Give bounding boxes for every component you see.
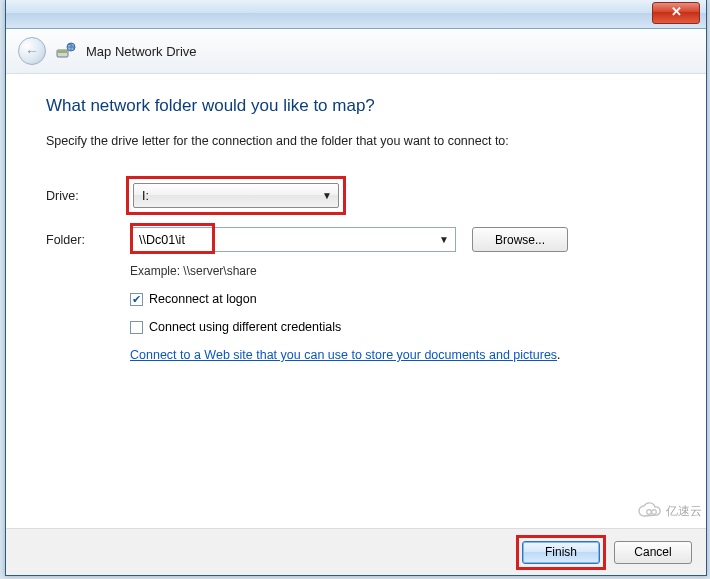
wizard-content: What network folder would you like to ma… bbox=[6, 74, 706, 372]
different-credentials-label: Connect using different credentials bbox=[149, 320, 341, 334]
annotation-highlight-finish: Finish bbox=[516, 535, 606, 570]
close-button[interactable]: ✕ bbox=[652, 2, 700, 24]
page-heading: What network folder would you like to ma… bbox=[46, 96, 666, 116]
checkbox-unchecked-icon bbox=[130, 321, 143, 334]
folder-input[interactable] bbox=[131, 228, 455, 251]
watermark: 亿速云 bbox=[636, 501, 702, 521]
drive-label: Drive: bbox=[46, 189, 130, 203]
arrow-left-icon: ← bbox=[25, 43, 39, 59]
wizard-header: ← Map Network Drive bbox=[6, 29, 706, 74]
reconnect-label: Reconnect at logon bbox=[149, 292, 257, 306]
svg-rect-1 bbox=[58, 51, 67, 53]
svg-point-4 bbox=[652, 510, 657, 515]
watermark-text: 亿速云 bbox=[666, 503, 702, 520]
chevron-down-icon: ▼ bbox=[322, 190, 332, 201]
network-drive-icon bbox=[56, 41, 76, 61]
connect-website-link[interactable]: Connect to a Web site that you can use t… bbox=[130, 348, 557, 362]
checkbox-checked-icon: ✔ bbox=[130, 293, 143, 306]
cancel-button[interactable]: Cancel bbox=[614, 541, 692, 564]
annotation-highlight-drive: I: ▼ bbox=[126, 176, 346, 215]
reconnect-checkbox-row[interactable]: ✔ Reconnect at logon bbox=[130, 292, 666, 306]
window-titlebar: ✕ bbox=[6, 0, 706, 29]
options-column: Example: \\server\share ✔ Reconnect at l… bbox=[130, 264, 666, 362]
wizard-footer: Finish Cancel bbox=[6, 528, 706, 575]
folder-combobox[interactable]: ▼ bbox=[130, 227, 456, 252]
folder-label: Folder: bbox=[46, 233, 130, 247]
finish-button[interactable]: Finish bbox=[522, 541, 600, 564]
drive-select-value: I: bbox=[142, 189, 149, 203]
wizard-title: Map Network Drive bbox=[86, 44, 197, 59]
drive-select[interactable]: I: ▼ bbox=[133, 183, 339, 208]
map-network-drive-wizard: ✕ ← Map Network Drive What network folde… bbox=[5, 0, 707, 576]
example-text: Example: \\server\share bbox=[130, 264, 666, 278]
back-button[interactable]: ← bbox=[18, 37, 46, 65]
link-suffix: . bbox=[557, 348, 560, 362]
page-subtext: Specify the drive letter for the connect… bbox=[46, 134, 666, 148]
cloud-icon bbox=[636, 501, 664, 521]
drive-row: Drive: I: ▼ bbox=[46, 176, 666, 215]
browse-button[interactable]: Browse... bbox=[472, 227, 568, 252]
folder-row: Folder: ▼ Browse... bbox=[46, 227, 666, 252]
different-credentials-checkbox-row[interactable]: Connect using different credentials bbox=[130, 320, 666, 334]
svg-point-3 bbox=[647, 510, 652, 515]
close-icon: ✕ bbox=[671, 4, 682, 19]
